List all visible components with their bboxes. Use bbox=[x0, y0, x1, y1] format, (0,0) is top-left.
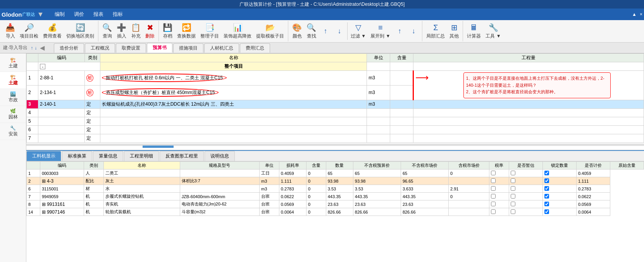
switch-region-btn[interactable]: 🔄 切换地区类别 bbox=[64, 22, 96, 40]
est-cb-4[interactable] bbox=[491, 202, 496, 206]
calc-cb-5[interactable] bbox=[544, 209, 549, 214]
annotation-arrow: ⟶ bbox=[415, 72, 429, 83]
tab-gongcheng-gaikuang[interactable]: 工程概况 bbox=[85, 43, 115, 53]
archive-icon: 💾 bbox=[163, 23, 172, 32]
col-type: 类别 bbox=[85, 54, 100, 62]
tab-feiyong-huizong[interactable]: 费用汇总 bbox=[240, 43, 270, 53]
scroll-thumb[interactable] bbox=[143, 146, 174, 148]
lockqty-cb-5[interactable] bbox=[511, 209, 515, 214]
menu-baobiao[interactable]: 报表 bbox=[89, 9, 108, 19]
scroll-bar[interactable] bbox=[26, 144, 644, 146]
sidebar-item-tujian2[interactable]: 🏗️ 土建 bbox=[0, 72, 26, 89]
sidebar-item-tujian[interactable]: 🏗️ 土建 bbox=[0, 55, 26, 72]
est-cb-1[interactable] bbox=[491, 178, 496, 183]
up-icon: ↑ bbox=[324, 27, 327, 35]
filter-btn[interactable]: ▽ 过滤 ▼ bbox=[348, 22, 368, 40]
sidebar-item-anzhuang[interactable]: 🔧 安装 bbox=[0, 123, 26, 140]
table-row[interactable]: 6 定 bbox=[27, 125, 644, 134]
expand-btn[interactable]: ≡ 展开到 ▼ bbox=[368, 22, 393, 40]
tab-cuoshi-xiangmu[interactable]: 措施项目 bbox=[173, 43, 203, 53]
lockqty-cb-3[interactable] bbox=[511, 194, 515, 199]
supplement-btn[interactable]: 📋 补充 bbox=[129, 22, 143, 40]
menu-bianzhi[interactable]: 编制 bbox=[50, 9, 69, 19]
find-btn[interactable]: 🔍 查找 bbox=[304, 22, 319, 40]
bottom-tabs: 工料机显示 标准换算 算量信息 工程里明细 反查图形工程里 说明信息 bbox=[26, 151, 644, 161]
calculator-btn[interactable]: 🖩 计算器 bbox=[465, 22, 483, 40]
other-btn[interactable]: ⊞ 其他 bbox=[447, 22, 461, 40]
logo: Glodon广联达 ▼ bbox=[2, 10, 46, 19]
minimize-btn[interactable]: ▲ bbox=[632, 12, 637, 17]
import-btn[interactable]: 📥 导入 bbox=[3, 22, 17, 40]
tab-zaojia-fenxi[interactable]: 造价分析 bbox=[54, 43, 84, 53]
bottom-tab-biaozhunhuansuan[interactable]: 标准换算 bbox=[62, 151, 92, 161]
tab-qufei-shezhi[interactable]: 取费设置 bbox=[116, 43, 146, 53]
bottom-tab-gongchenglimingxi[interactable]: 工程里明细 bbox=[124, 151, 159, 161]
lockqty-cb-4[interactable] bbox=[511, 202, 515, 206]
up2-btn[interactable]: ↑ bbox=[393, 26, 406, 36]
lockqty-cb-1[interactable] bbox=[511, 178, 515, 183]
up2-icon: ↑ bbox=[398, 27, 401, 35]
up-btn[interactable]: ↑ bbox=[319, 26, 332, 36]
nav-up-arrow[interactable]: ↑ bbox=[31, 45, 33, 51]
expand-icon-r6[interactable]: ⊞ bbox=[42, 209, 46, 215]
bottom-tab-fanchatu[interactable]: 反查图形工程里 bbox=[160, 151, 204, 161]
calc-cb-1[interactable] bbox=[544, 178, 549, 183]
calc-cb-4[interactable] bbox=[544, 202, 549, 206]
delete-btn[interactable]: ✖ 删除 bbox=[143, 22, 157, 40]
nav-down-arrow[interactable]: ↓ bbox=[34, 45, 37, 51]
bottom-table: 编码 类别 名称 规格及型号 单位 损耗率 含量 数量 不含税预算价 不含税市场… bbox=[26, 161, 644, 216]
down2-btn[interactable]: ↓ bbox=[406, 26, 420, 36]
project-check-btn[interactable]: 🔎 项目目检 bbox=[17, 22, 41, 40]
expand-icon-r5[interactable]: ⊞ bbox=[42, 202, 46, 207]
search-btn[interactable]: 🔍 查询 bbox=[100, 22, 114, 40]
sidebar-item-yuanlin[interactable]: 🌿 园林 bbox=[0, 106, 26, 123]
nav-left: 建·导入导出 ↑ ↓ ◀ bbox=[3, 44, 48, 51]
cost-view-btn[interactable]: 💰 费用查看 bbox=[41, 22, 64, 40]
tab-yusuan-shu[interactable]: 预算书 bbox=[147, 43, 172, 53]
sidebar-item-shizheng[interactable]: 🏙️ 市政 bbox=[0, 89, 26, 106]
toolbar-group-6: 🖩 计算器 🔧 工具 ▼ bbox=[463, 21, 505, 41]
menu-tiaojia[interactable]: 调价 bbox=[69, 9, 89, 19]
bottom-tab-suanliangxinxi[interactable]: 算量信息 bbox=[93, 151, 123, 161]
table-row[interactable]: 4 定 bbox=[27, 108, 644, 117]
close-btn[interactable]: × bbox=[640, 12, 642, 17]
replace-data-btn[interactable]: 🔁 查换数据 bbox=[175, 22, 198, 40]
color-btn[interactable]: 🎨 颜色 bbox=[290, 22, 304, 40]
insert-btn[interactable]: ➕ 插入 bbox=[114, 22, 129, 40]
decor-btn[interactable]: 📊 装饰超高降效 bbox=[221, 22, 254, 40]
table-row[interactable]: 1 2-88-1 桩 振动打桩机打桩孔 桩径 0.6m以内 一、二类土 混凝土C… bbox=[27, 71, 644, 86]
organize-btn[interactable]: 📑 整理子目 bbox=[198, 22, 221, 40]
calc-cb-2[interactable] bbox=[544, 186, 549, 191]
table-row-selected[interactable]: 3 2-140-1 定 长螺旋钻机成孔(孔径400)3:7灰土DDC桩长 12m… bbox=[27, 100, 644, 108]
toolbar-group-4: 🎨 颜色 🔍 查找 ↑ ↓ ▽ 过滤 ▼ ≡ 展开到 ▼ ↑ ↓ bbox=[288, 21, 422, 41]
calculator-icon: 🖩 bbox=[470, 23, 478, 32]
annotation-box: 1、这两个子目是不是直接在地面上将土打压下去成桩，没有土方外运，2-140-1这… bbox=[463, 72, 611, 98]
expand-icon-r2[interactable]: ⊞ bbox=[42, 178, 46, 184]
name-highlight-2: 夯压成型螺主桩（夯扩桩）桩直径 450mm混凝土C15 bbox=[102, 88, 219, 97]
est-cb-3[interactable] bbox=[491, 194, 496, 199]
table-row[interactable]: 5 定 bbox=[27, 117, 644, 125]
archive-btn[interactable]: 💾 存档 bbox=[160, 22, 175, 40]
menu-zhibiao[interactable]: 指标 bbox=[108, 9, 127, 19]
est-cb-0[interactable] bbox=[491, 171, 496, 175]
est-cb-2[interactable] bbox=[491, 186, 496, 191]
tab-rencaiji-huizong[interactable]: 人材机汇总 bbox=[204, 43, 239, 53]
tools-btn[interactable]: 🔧 工具 ▼ bbox=[483, 22, 503, 40]
expand-icon: ≡ bbox=[378, 23, 383, 32]
bottom-tab-shuominxinxi[interactable]: 说明信息 bbox=[205, 151, 235, 161]
table-row[interactable]: 7 定 bbox=[27, 134, 644, 142]
lockqty-cb-0[interactable] bbox=[511, 171, 515, 175]
calc-cb-3[interactable] bbox=[544, 194, 549, 199]
collapse-sidebar-btn[interactable]: ◀ bbox=[40, 44, 45, 51]
calc-cb-0[interactable] bbox=[544, 171, 549, 175]
project-check-icon: 🔎 bbox=[24, 23, 34, 32]
local-sum-btn[interactable]: Σ 局部汇总 bbox=[424, 22, 447, 40]
col-no bbox=[27, 54, 38, 62]
lockqty-cb-2[interactable] bbox=[511, 186, 515, 191]
extract-template-btn[interactable]: 📂 提取模板子目 bbox=[254, 22, 286, 40]
collapse-btn[interactable]: - bbox=[40, 64, 45, 69]
bottom-tab-gongliaojiDisplay[interactable]: 工料机显示 bbox=[26, 151, 61, 161]
est-cb-5[interactable] bbox=[491, 209, 496, 214]
down-btn[interactable]: ↓ bbox=[332, 26, 346, 36]
delete-icon: ✖ bbox=[147, 23, 153, 32]
